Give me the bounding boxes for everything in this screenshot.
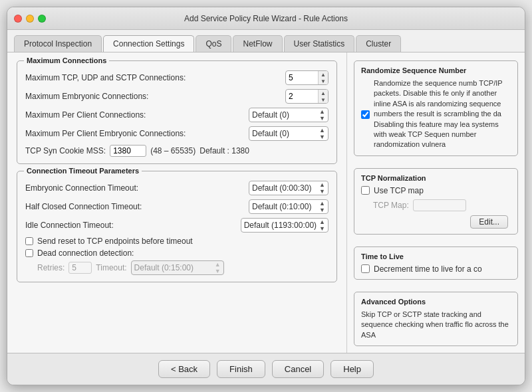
cancel-button[interactable]: Cancel — [272, 360, 324, 378]
advanced-options-title: Advanced Options — [361, 298, 511, 306]
tab-qos[interactable]: QoS — [196, 35, 231, 52]
tcp-syn-row: TCP Syn Cookie MSS: (48 – 65535) Default… — [25, 145, 329, 157]
per-client-label: Maximum Per Client Connections: — [25, 110, 146, 120]
main-window: Add Service Policy Rule Wizard - Rule Ac… — [7, 7, 525, 385]
ttl-title: Time to Live — [361, 252, 511, 260]
idle-timeout-dropdown[interactable]: Default (1193:00:00) ▲▼ — [241, 218, 329, 233]
advanced-options-section: Advanced Options Skip TCP or SCTP state … — [354, 292, 518, 346]
ttl-label: Decrement time to live for a co — [374, 264, 482, 274]
per-client-embryonic-arrow: ▲▼ — [319, 127, 325, 140]
idle-timeout-arrow: ▲▼ — [319, 219, 325, 232]
edit-button[interactable]: Edit... — [470, 215, 508, 229]
tcp-normalization-section: TCP Normalization Use TCP map TCP Map: E… — [354, 168, 518, 235]
tcp-map-input[interactable] — [413, 199, 466, 211]
idle-timeout-row: Idle Connection Timeout: Default (1193:0… — [25, 218, 329, 233]
titlebar: Add Service Policy Rule Wizard - Rule Ac… — [7, 7, 525, 30]
per-client-embryonic-dropdown[interactable]: Default (0) ▲▼ — [249, 126, 329, 141]
embryonic-connections-field[interactable] — [286, 92, 318, 101]
tab-connection-settings[interactable]: Connection Settings — [103, 35, 194, 52]
max-connections-section: Maximum Connections Maximum TCP, UDP and… — [17, 60, 337, 164]
footer: < Back Finish Cancel Help — [7, 353, 525, 385]
tcp-syn-input[interactable] — [110, 145, 146, 157]
embryonic-connections-arrows: ▲ ▼ — [318, 90, 328, 103]
ttl-section: Time to Live Decrement time to live for … — [354, 246, 518, 280]
send-reset-label: Send reset to TCP endpoints before timeo… — [37, 237, 193, 246]
advanced-options-text: Skip TCP or SCTP state tracking and sequ… — [361, 310, 511, 340]
timeout-label: Timeout: — [96, 263, 126, 272]
embryonic-timeout-arrow: ▲▼ — [319, 181, 325, 195]
idle-timeout-label: Idle Connection Timeout: — [25, 221, 114, 230]
tab-netflow[interactable]: NetFlow — [233, 35, 282, 52]
use-tcp-map-label: Use TCP map — [374, 186, 424, 195]
randomize-sequence-row: Randomize the sequence numb TCP/IP packe… — [361, 78, 511, 150]
retries-label: Retries: — [37, 263, 65, 272]
randomize-sequence-text: Randomize the sequence numb TCP/IP packe… — [374, 78, 511, 150]
per-client-arrow: ▲▼ — [319, 108, 325, 122]
tcp-udp-sctp-input[interactable]: ▲ ▼ — [285, 70, 329, 85]
retries-input[interactable] — [68, 262, 92, 274]
tcp-udp-sctp-row: Maximum TCP, UDP and SCTP Connections: ▲… — [25, 70, 329, 85]
window-controls — [14, 15, 46, 23]
dead-connection-row: Dead connection detection: — [25, 248, 329, 258]
randomize-sequence-title: Randomize Sequence Number — [361, 66, 511, 74]
embryonic-timeout-label: Embryonic Connection Timeout: — [25, 183, 138, 193]
maximize-button[interactable] — [38, 15, 46, 23]
per-client-embryonic-label: Maximum Per Client Embryonic Connections… — [25, 129, 186, 138]
edit-btn-row: Edit... — [361, 215, 511, 229]
half-closed-arrow: ▲▼ — [319, 200, 325, 213]
finish-button[interactable]: Finish — [217, 360, 265, 378]
connection-timeout-title: Connection Timeout Parameters — [24, 167, 142, 175]
tab-bar: Protocol Inspection Connection Settings … — [7, 30, 525, 52]
use-tcp-map-row: Use TCP map — [361, 186, 511, 195]
tcp-udp-sctp-arrows: ▲ ▼ — [318, 71, 328, 84]
ttl-check-row: Decrement time to live for a co — [361, 264, 511, 274]
tab-protocol-inspection[interactable]: Protocol Inspection — [14, 35, 102, 52]
embryonic-timeout-row: Embryonic Connection Timeout: Default (0… — [25, 181, 329, 195]
tcp-udp-sctp-up[interactable]: ▲ — [319, 71, 328, 78]
ttl-checkbox[interactable] — [361, 264, 370, 273]
tcp-normalization-title: TCP Normalization — [361, 174, 511, 182]
half-closed-dropdown[interactable]: Default (0:10:00) ▲▼ — [249, 199, 329, 214]
tcp-map-row: TCP Map: — [361, 199, 511, 211]
embryonic-timeout-dropdown[interactable]: Default (0:00:30) ▲▼ — [249, 181, 329, 195]
embryonic-up[interactable]: ▲ — [319, 90, 328, 96]
embryonic-connections-label: Maximum Embryonic Connections: — [25, 92, 148, 101]
help-button[interactable]: Help — [331, 360, 374, 378]
tcp-map-label: TCP Map: — [373, 201, 409, 210]
send-reset-row: Send reset to TCP endpoints before timeo… — [25, 237, 329, 246]
tcp-udp-sctp-down[interactable]: ▼ — [319, 78, 328, 84]
tcp-syn-label: TCP Syn Cookie MSS: — [25, 146, 106, 155]
minimize-button[interactable] — [26, 15, 34, 23]
close-button[interactable] — [14, 15, 22, 23]
tab-user-statistics[interactable]: User Statistics — [284, 35, 355, 52]
tcp-syn-range: (48 – 65535) — [150, 146, 196, 155]
tcp-udp-sctp-field[interactable] — [286, 73, 318, 82]
send-reset-checkbox[interactable] — [25, 237, 33, 245]
window-title: Add Service Policy Rule Wizard - Rule Ac… — [184, 14, 348, 23]
randomize-sequence-section: Randomize Sequence Number Randomize the … — [354, 60, 518, 156]
back-button[interactable]: < Back — [158, 360, 210, 378]
retries-dropdown-arrow: ▲▼ — [215, 261, 221, 274]
right-panel: Randomize Sequence Number Randomize the … — [346, 52, 525, 353]
retries-timeout-dropdown: Default (0:15:00) ▲▼ — [131, 260, 224, 275]
embryonic-connections-input[interactable]: ▲ ▼ — [285, 89, 329, 104]
retries-row: Retries: Timeout: Default (0:15:00) ▲▼ — [25, 260, 329, 275]
tcp-syn-default: Default : 1380 — [200, 146, 249, 155]
embryonic-down[interactable]: ▼ — [319, 96, 328, 103]
use-tcp-map-checkbox[interactable] — [361, 186, 370, 195]
dead-connection-label: Dead connection detection: — [37, 248, 134, 258]
tab-cluster[interactable]: Cluster — [356, 35, 401, 52]
content-area: Maximum Connections Maximum TCP, UDP and… — [7, 52, 525, 353]
per-client-row: Maximum Per Client Connections: Default … — [25, 108, 329, 122]
embryonic-connections-row: Maximum Embryonic Connections: ▲ ▼ — [25, 89, 329, 104]
randomize-sequence-checkbox[interactable] — [361, 79, 370, 150]
half-closed-row: Half Closed Connection Timeout: Default … — [25, 199, 329, 214]
left-panel: Maximum Connections Maximum TCP, UDP and… — [7, 52, 346, 353]
per-client-embryonic-row: Maximum Per Client Embryonic Connections… — [25, 126, 329, 141]
connection-timeout-section: Connection Timeout Parameters Embryonic … — [17, 171, 337, 282]
dead-connection-checkbox[interactable] — [25, 249, 33, 257]
tcp-udp-sctp-label: Maximum TCP, UDP and SCTP Connections: — [25, 73, 186, 82]
per-client-dropdown[interactable]: Default (0) ▲▼ — [249, 108, 329, 122]
max-connections-title: Maximum Connections — [24, 56, 109, 64]
half-closed-label: Half Closed Connection Timeout: — [25, 202, 142, 211]
